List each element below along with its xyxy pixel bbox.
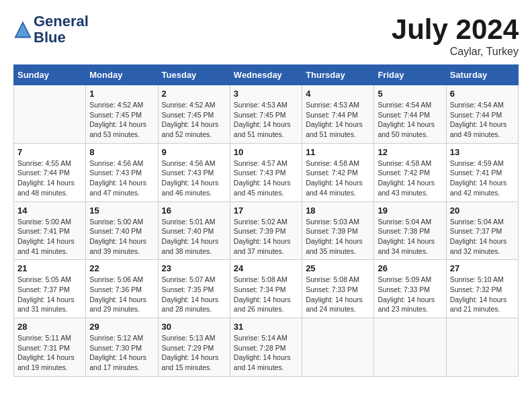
day-info: Sunrise: 5:04 AM Sunset: 7:38 PM Dayligh… [378, 217, 442, 257]
day-info: Sunrise: 5:13 AM Sunset: 7:29 PM Dayligh… [162, 333, 226, 373]
logo-text: General Blue [34, 13, 89, 46]
calendar-cell: 23Sunrise: 5:07 AM Sunset: 7:35 PM Dayli… [158, 260, 230, 318]
day-number: 8 [89, 147, 154, 157]
calendar-cell: 22Sunrise: 5:06 AM Sunset: 7:36 PM Dayli… [86, 260, 158, 318]
day-info: Sunrise: 4:56 AM Sunset: 7:43 PM Dayligh… [162, 158, 226, 198]
day-number: 1 [89, 89, 154, 99]
day-number: 28 [17, 322, 82, 332]
day-info: Sunrise: 5:00 AM Sunset: 7:40 PM Dayligh… [89, 217, 154, 257]
calendar-cell: 8Sunrise: 4:56 AM Sunset: 7:43 PM Daylig… [86, 143, 158, 201]
day-info: Sunrise: 5:00 AM Sunset: 7:41 PM Dayligh… [17, 217, 82, 257]
calendar-cell [14, 85, 86, 144]
location-subtitle: Caylar, Turkey [392, 46, 519, 58]
day-info: Sunrise: 5:03 AM Sunset: 7:39 PM Dayligh… [306, 217, 370, 257]
calendar-cell: 26Sunrise: 5:09 AM Sunset: 7:33 PM Dayli… [374, 260, 446, 318]
calendar-cell: 31Sunrise: 5:14 AM Sunset: 7:28 PM Dayli… [230, 318, 302, 377]
calendar-cell: 17Sunrise: 5:02 AM Sunset: 7:39 PM Dayli… [230, 201, 302, 260]
day-info: Sunrise: 4:52 AM Sunset: 7:45 PM Dayligh… [162, 100, 226, 140]
calendar-cell: 9Sunrise: 4:56 AM Sunset: 7:43 PM Daylig… [158, 143, 230, 201]
day-number: 17 [234, 205, 298, 216]
day-info: Sunrise: 4:56 AM Sunset: 7:43 PM Dayligh… [89, 158, 154, 198]
calendar-cell: 30Sunrise: 5:13 AM Sunset: 7:29 PM Dayli… [158, 318, 230, 377]
day-number: 20 [450, 205, 515, 216]
col-header-saturday: Saturday [446, 65, 518, 85]
calendar-cell: 18Sunrise: 5:03 AM Sunset: 7:39 PM Dayli… [302, 201, 374, 260]
day-info: Sunrise: 4:59 AM Sunset: 7:41 PM Dayligh… [450, 158, 515, 198]
day-info: Sunrise: 5:08 AM Sunset: 7:33 PM Dayligh… [306, 275, 370, 314]
day-number: 6 [450, 89, 515, 99]
calendar-cell: 7Sunrise: 4:55 AM Sunset: 7:44 PM Daylig… [14, 143, 86, 201]
calendar-cell: 1Sunrise: 4:52 AM Sunset: 7:45 PM Daylig… [86, 85, 158, 144]
calendar-cell: 24Sunrise: 5:08 AM Sunset: 7:34 PM Dayli… [230, 260, 302, 318]
day-info: Sunrise: 4:58 AM Sunset: 7:42 PM Dayligh… [306, 158, 370, 198]
calendar-cell: 14Sunrise: 5:00 AM Sunset: 7:41 PM Dayli… [14, 201, 86, 260]
title-area: July 2024 Caylar, Turkey [392, 13, 519, 58]
calendar-cell: 4Sunrise: 4:53 AM Sunset: 7:44 PM Daylig… [302, 85, 374, 144]
day-number: 13 [450, 147, 515, 157]
calendar-cell: 16Sunrise: 5:01 AM Sunset: 7:40 PM Dayli… [158, 201, 230, 260]
calendar-cell: 19Sunrise: 5:04 AM Sunset: 7:38 PM Dayli… [374, 201, 446, 260]
day-number: 2 [162, 89, 226, 99]
calendar-cell: 6Sunrise: 4:54 AM Sunset: 7:44 PM Daylig… [446, 85, 518, 144]
col-header-thursday: Thursday [302, 65, 374, 85]
calendar-week-4: 21Sunrise: 5:05 AM Sunset: 7:37 PM Dayli… [14, 260, 519, 318]
day-number: 25 [306, 263, 370, 273]
day-number: 5 [378, 89, 442, 99]
day-number: 26 [378, 263, 442, 273]
day-number: 27 [450, 263, 515, 273]
day-number: 9 [162, 147, 226, 157]
day-info: Sunrise: 5:14 AM Sunset: 7:28 PM Dayligh… [234, 333, 298, 373]
day-number: 16 [162, 205, 226, 216]
calendar-cell: 5Sunrise: 4:54 AM Sunset: 7:44 PM Daylig… [374, 85, 446, 144]
month-title: July 2024 [392, 13, 519, 46]
day-info: Sunrise: 5:07 AM Sunset: 7:35 PM Dayligh… [162, 275, 226, 314]
day-number: 11 [306, 147, 370, 157]
calendar-week-5: 28Sunrise: 5:11 AM Sunset: 7:31 PM Dayli… [14, 318, 519, 377]
day-info: Sunrise: 5:01 AM Sunset: 7:40 PM Dayligh… [162, 217, 226, 257]
col-header-friday: Friday [374, 65, 446, 85]
calendar-header-row: SundayMondayTuesdayWednesdayThursdayFrid… [14, 65, 519, 85]
calendar-cell: 28Sunrise: 5:11 AM Sunset: 7:31 PM Dayli… [14, 318, 86, 377]
calendar-cell [374, 318, 446, 377]
calendar-cell: 27Sunrise: 5:10 AM Sunset: 7:32 PM Dayli… [446, 260, 518, 318]
day-info: Sunrise: 5:06 AM Sunset: 7:36 PM Dayligh… [89, 275, 154, 314]
day-number: 30 [162, 322, 226, 332]
calendar-cell: 21Sunrise: 5:05 AM Sunset: 7:37 PM Dayli… [14, 260, 86, 318]
day-number: 22 [89, 263, 154, 273]
calendar-cell: 11Sunrise: 4:58 AM Sunset: 7:42 PM Dayli… [302, 143, 374, 201]
day-number: 21 [17, 263, 82, 273]
day-number: 3 [234, 89, 298, 99]
day-info: Sunrise: 5:02 AM Sunset: 7:39 PM Dayligh… [234, 217, 298, 257]
day-info: Sunrise: 4:57 AM Sunset: 7:43 PM Dayligh… [234, 158, 298, 198]
day-info: Sunrise: 5:08 AM Sunset: 7:34 PM Dayligh… [234, 275, 298, 314]
col-header-wednesday: Wednesday [230, 65, 302, 85]
day-number: 4 [306, 89, 370, 99]
day-number: 23 [162, 263, 226, 273]
day-info: Sunrise: 4:54 AM Sunset: 7:44 PM Dayligh… [378, 100, 442, 140]
calendar-cell: 25Sunrise: 5:08 AM Sunset: 7:33 PM Dayli… [302, 260, 374, 318]
day-info: Sunrise: 4:53 AM Sunset: 7:44 PM Dayligh… [306, 100, 370, 140]
calendar-cell: 3Sunrise: 4:53 AM Sunset: 7:45 PM Daylig… [230, 85, 302, 144]
col-header-tuesday: Tuesday [158, 65, 230, 85]
calendar-cell: 29Sunrise: 5:12 AM Sunset: 7:30 PM Dayli… [86, 318, 158, 377]
day-info: Sunrise: 5:05 AM Sunset: 7:37 PM Dayligh… [17, 275, 82, 314]
calendar-cell: 2Sunrise: 4:52 AM Sunset: 7:45 PM Daylig… [158, 85, 230, 144]
day-info: Sunrise: 5:10 AM Sunset: 7:32 PM Dayligh… [450, 275, 515, 314]
col-header-sunday: Sunday [14, 65, 86, 85]
calendar-cell: 12Sunrise: 4:58 AM Sunset: 7:42 PM Dayli… [374, 143, 446, 201]
day-info: Sunrise: 4:53 AM Sunset: 7:45 PM Dayligh… [234, 100, 298, 140]
calendar-week-2: 7Sunrise: 4:55 AM Sunset: 7:44 PM Daylig… [14, 143, 519, 201]
day-number: 24 [234, 263, 298, 273]
day-info: Sunrise: 4:52 AM Sunset: 7:45 PM Dayligh… [89, 100, 154, 140]
calendar-cell: 15Sunrise: 5:00 AM Sunset: 7:40 PM Dayli… [86, 201, 158, 260]
calendar-table: SundayMondayTuesdayWednesdayThursdayFrid… [13, 64, 519, 377]
calendar-cell: 10Sunrise: 4:57 AM Sunset: 7:43 PM Dayli… [230, 143, 302, 201]
day-number: 10 [234, 147, 298, 157]
page-header: General Blue July 2024 Caylar, Turkey [13, 13, 519, 58]
day-info: Sunrise: 5:11 AM Sunset: 7:31 PM Dayligh… [17, 333, 82, 373]
logo: General Blue [13, 13, 89, 46]
calendar-week-3: 14Sunrise: 5:00 AM Sunset: 7:41 PM Dayli… [14, 201, 519, 260]
day-number: 19 [378, 205, 442, 216]
day-info: Sunrise: 5:12 AM Sunset: 7:30 PM Dayligh… [89, 333, 154, 373]
day-info: Sunrise: 4:58 AM Sunset: 7:42 PM Dayligh… [378, 158, 442, 198]
